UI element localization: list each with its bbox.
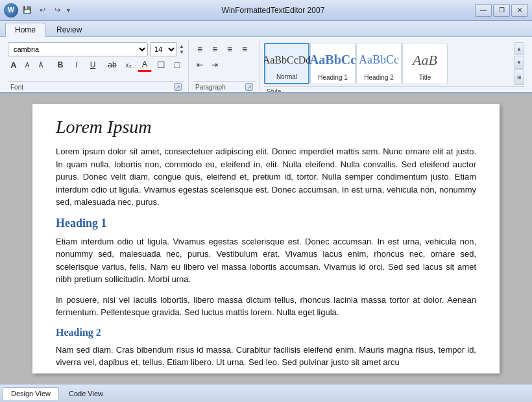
bold-btn[interactable]: B (53, 58, 67, 72)
gallery-scroll-controls: ▲ ▼ ⊞ (514, 42, 524, 85)
font-grow-btn[interactable]: A (8, 59, 19, 71)
style-title-label: Title (404, 74, 446, 81)
title-bar-left: W 💾 ↩ ↪ ▼ (4, 3, 71, 18)
font-size-select[interactable]: 14 (150, 42, 177, 56)
minimize-button[interactable]: — (475, 4, 492, 17)
ribbon-group-paragraph: ≡ ≡ ≡ ≡ ⇤ ⇥ Paragraph ↗ (189, 40, 260, 92)
style-title[interactable]: AaB Title (402, 43, 448, 84)
font-buttons-row: A A Ā B I U ab x₂ A ☐ □ (8, 58, 184, 72)
status-bar: Design View Code View (0, 384, 532, 402)
heading-2: Heading 2 (56, 327, 476, 338)
undo-quick-btn[interactable]: ↩ (36, 4, 49, 17)
align-justify-btn[interactable]: ≡ (237, 42, 252, 56)
font-selector-row: cambria 14 ▲▼ (8, 42, 184, 56)
border-btn[interactable]: □ (170, 58, 184, 72)
content-area: Lorem Ipsum Lorem ipsum dolor sit amet, … (0, 93, 532, 384)
font-group-label: Font ↗ (8, 81, 184, 92)
indent-more-btn[interactable]: ⇥ (208, 58, 222, 72)
strikethrough-btn[interactable]: ab (105, 58, 119, 72)
para-group-expand[interactable]: ↗ (245, 83, 253, 91)
save-quick-btn[interactable]: 💾 (21, 4, 34, 17)
document-scroll[interactable]: Lorem Ipsum Lorem ipsum dolor sit amet, … (32, 104, 500, 373)
gallery-scroll-up[interactable]: ▲ (514, 42, 524, 55)
style-title-preview: AaB (404, 46, 446, 74)
document-title: Lorem Ipsum (56, 117, 476, 137)
highlight-btn[interactable]: ☐ (154, 58, 168, 72)
paragraph-1: Lorem ipsum dolor sit amet, consectetuer… (56, 145, 476, 209)
font-color-btn[interactable]: A (138, 58, 152, 72)
size-dropdown-arrow: ▲▼ (179, 43, 184, 55)
tab-review[interactable]: Review (47, 23, 91, 36)
ribbon-group-style: AaBbCcDd Normal AaBbCc Heading 1 AaBbCc … (260, 40, 528, 92)
style-normal-preview: AaBbCcDd (267, 47, 307, 73)
font-name-select[interactable]: cambria (8, 42, 148, 56)
quick-access-toolbar: 💾 ↩ ↪ ▼ (21, 4, 71, 17)
indent-less-btn[interactable]: ⇤ (193, 58, 207, 72)
underline-btn[interactable]: U (86, 58, 100, 72)
style-group-label: Style (264, 86, 524, 92)
italic-btn[interactable]: I (69, 58, 84, 72)
style-heading2-preview: AaBbCc (358, 46, 400, 74)
ribbon-group-font: cambria 14 ▲▼ A A Ā B I U ab x₂ A ☐ (4, 40, 189, 92)
align-buttons-row: ≡ ≡ ≡ ≡ (193, 42, 252, 56)
gallery-scroll-down[interactable]: ▼ (514, 56, 524, 69)
redo-quick-btn[interactable]: ↪ (51, 4, 64, 17)
paragraph-3: In posuere, nisi vel iaculis lobortis, l… (56, 294, 476, 319)
style-normal-label: Normal (267, 73, 307, 80)
subscript-btn[interactable]: x₂ (121, 58, 136, 72)
style-normal[interactable]: AaBbCcDd Normal (264, 43, 309, 84)
font-group-expand[interactable]: ↗ (174, 83, 182, 91)
tab-home[interactable]: Home (5, 23, 45, 37)
close-button[interactable]: ✕ (511, 4, 528, 17)
style-heading1-preview: AaBbCc (312, 46, 354, 74)
indent-buttons-row: ⇤ ⇥ (193, 58, 222, 72)
style-heading2-label: Heading 2 (358, 74, 400, 81)
ribbon: cambria 14 ▲▼ A A Ā B I U ab x₂ A ☐ (0, 36, 532, 93)
tab-design-view[interactable]: Design View (3, 387, 59, 400)
style-gallery: AaBbCcDd Normal AaBbCc Heading 1 AaBbCc … (264, 43, 511, 84)
clear-format-btn[interactable]: Ā (35, 59, 47, 71)
align-right-btn[interactable]: ≡ (223, 42, 237, 56)
style-heading1-label: Heading 1 (312, 74, 354, 81)
window-controls: — ❐ ✕ (475, 4, 528, 17)
document: Lorem Ipsum Lorem ipsum dolor sit amet, … (32, 104, 500, 373)
style-heading2[interactable]: AaBbCc Heading 2 (356, 43, 402, 84)
heading-1: Heading 1 (56, 217, 476, 230)
maximize-button[interactable]: ❐ (493, 4, 510, 17)
gallery-more-btn[interactable]: ⊞ (514, 69, 524, 85)
ribbon-tabs: Home Review (0, 21, 532, 36)
paragraph-4: Nam sed diam. Cras bibendum risus id mas… (56, 344, 476, 369)
app-title: WinFormattedTextEditor 2007 (71, 6, 475, 15)
tab-code-view[interactable]: Code View (60, 387, 112, 400)
paragraph-2: Etiam interdum odio ut ligula. Vivamus e… (56, 235, 476, 286)
align-center-btn[interactable]: ≡ (208, 42, 222, 56)
title-bar: W 💾 ↩ ↪ ▼ WinFormattedTextEditor 2007 — … (0, 0, 532, 21)
app-icon: W (4, 3, 18, 18)
style-heading1[interactable]: AaBbCc Heading 1 (310, 43, 356, 84)
font-shrink-btn[interactable]: A (21, 59, 33, 71)
align-left-btn[interactable]: ≡ (193, 42, 207, 56)
paragraph-group-label: Paragraph ↗ (193, 81, 256, 92)
